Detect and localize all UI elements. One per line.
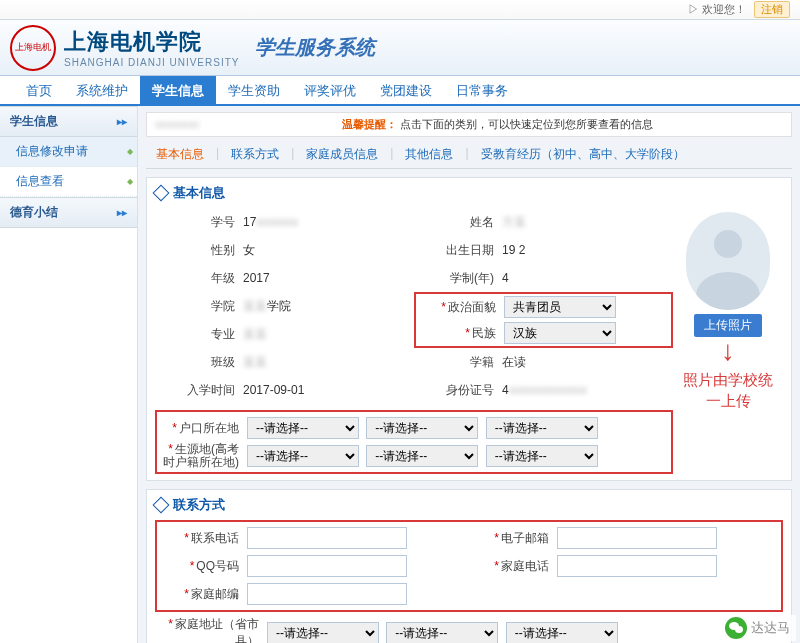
value-gender: 女: [241, 242, 414, 259]
university-logo: 上海电机: [10, 25, 56, 71]
select-hukou-1[interactable]: --请选择--: [247, 417, 359, 439]
label-gender: 性别: [155, 242, 241, 259]
select-hukou-3[interactable]: --请选择--: [486, 417, 598, 439]
select-origin-1[interactable]: --请选择--: [247, 445, 359, 467]
label-political: 政治面貌: [448, 300, 496, 314]
input-qq[interactable]: [247, 555, 407, 577]
panel-title-basic: 基本信息: [155, 184, 783, 202]
value-status: 在读: [500, 354, 673, 371]
nav-home[interactable]: 首页: [14, 76, 64, 104]
label-years: 学制(年): [414, 270, 500, 287]
input-email[interactable]: [557, 527, 717, 549]
bullet-icon: ◆: [127, 177, 133, 186]
photo-note: 照片由学校统一上传: [673, 365, 783, 415]
select-political[interactable]: 共青团员: [504, 296, 616, 318]
label-grade: 年级: [155, 270, 241, 287]
nav-student-info[interactable]: 学生信息: [140, 76, 216, 104]
avatar-placeholder: [686, 212, 770, 310]
input-homepost[interactable]: [247, 583, 407, 605]
select-origin-3[interactable]: --请选择--: [486, 445, 598, 467]
label-class: 班级: [155, 354, 241, 371]
welcome-text: ▷ 欢迎您！: [688, 2, 746, 17]
section-tabs: 基本信息| 联系方式| 家庭成员信息| 其他信息| 受教育经历（初中、高中、大学…: [146, 141, 792, 169]
label-email: 电子邮箱: [501, 531, 549, 545]
select-addr-3[interactable]: --请选择--: [506, 622, 618, 643]
upload-photo-button[interactable]: 上传照片: [694, 314, 762, 337]
nav-aid[interactable]: 学生资助: [216, 76, 292, 104]
value-enroll: 2017-09-01: [241, 383, 414, 397]
label-origin-2: 时户籍所在地): [163, 455, 239, 469]
hint-label: 温馨提醒：: [342, 118, 397, 130]
sidebar-group-moral[interactable]: 德育小结▸▸: [0, 197, 137, 228]
sidebar-item-view[interactable]: 信息查看◆: [0, 167, 137, 197]
label-major: 专业: [155, 326, 241, 343]
system-title: 学生服务系统: [255, 34, 375, 61]
header: 上海电机 上海电机学院 SHANGHAI DIANJI UNIVERSITY 学…: [0, 20, 800, 76]
label-homepost: 家庭邮编: [191, 587, 239, 601]
label-name: 姓名: [414, 214, 500, 231]
main-nav: 首页 系统维护 学生信息 学生资助 评奖评优 党团建设 日常事务: [0, 76, 800, 106]
panel-title-contact: 联系方式: [155, 496, 783, 514]
label-ethnic: 民族: [472, 326, 496, 340]
label-sno: 学号: [155, 214, 241, 231]
value-college: 某某学院: [241, 298, 414, 315]
logout-button[interactable]: 注销: [754, 1, 790, 18]
hint-bar: xxxxxxxx 温馨提醒： 点击下面的类别，可以快速定位到您所要查看的信息: [146, 112, 792, 137]
value-class: 某某: [241, 354, 414, 371]
value-name: 方某: [500, 214, 673, 231]
value-major: 某某: [241, 326, 414, 343]
input-homephone[interactable]: [557, 555, 717, 577]
chevron-right-icon: ▸▸: [117, 116, 127, 127]
wechat-icon: [725, 617, 747, 639]
nav-party[interactable]: 党团建设: [368, 76, 444, 104]
value-grade: 2017: [241, 271, 414, 285]
label-college: 学院: [155, 298, 241, 315]
label-origin-1: 生源地(高考: [175, 442, 239, 456]
value-idno: 4xxxxxxxxxxxxx: [500, 383, 673, 397]
tab-basic[interactable]: 基本信息: [146, 141, 214, 168]
nav-system[interactable]: 系统维护: [64, 76, 140, 104]
bullet-icon: ◆: [127, 147, 133, 156]
tab-other[interactable]: 其他信息: [395, 141, 463, 168]
chevron-right-icon: ▸▸: [117, 207, 127, 218]
hint-text: 点击下面的类别，可以快速定位到您所要查看的信息: [400, 118, 653, 130]
select-ethnic[interactable]: 汉族: [504, 322, 616, 344]
sidebar-group-student[interactable]: 学生信息▸▸: [0, 106, 137, 137]
label-homephone: 家庭电话: [501, 559, 549, 573]
wechat-watermark: 达达马: [719, 615, 796, 641]
select-addr-2[interactable]: --请选择--: [386, 622, 498, 643]
select-addr-1[interactable]: --请选择--: [267, 622, 379, 643]
sidebar-item-modify[interactable]: 信息修改申请◆: [0, 137, 137, 167]
label-qq: QQ号码: [196, 559, 239, 573]
label-birth: 出生日期: [414, 242, 500, 259]
value-birth: 19 2: [500, 243, 673, 257]
university-name-en: SHANGHAI DIANJI UNIVERSITY: [64, 57, 239, 68]
input-phone[interactable]: [247, 527, 407, 549]
nav-daily[interactable]: 日常事务: [444, 76, 520, 104]
label-phone: 联系电话: [191, 531, 239, 545]
label-hukou: 户口所在地: [179, 421, 239, 435]
label-enroll: 入学时间: [155, 382, 241, 399]
nav-eval[interactable]: 评奖评优: [292, 76, 368, 104]
university-name-cn: 上海电机学院: [64, 27, 239, 57]
basic-info-panel: 基本信息 学号17xxxxxxx 性别女 年级2017 学院某某学院 专业某某 …: [146, 177, 792, 481]
label-status: 学籍: [414, 354, 500, 371]
arrow-down-icon: ↓: [673, 337, 783, 365]
select-origin-2[interactable]: --请选择--: [366, 445, 478, 467]
label-idno: 身份证号: [414, 382, 500, 399]
tab-education[interactable]: 受教育经历（初中、高中、大学阶段）: [471, 141, 695, 168]
tab-family[interactable]: 家庭成员信息: [296, 141, 388, 168]
label-homeaddr: 家庭地址（省市县）: [175, 617, 259, 643]
contact-panel: 联系方式 *联系电话 *QQ号码 *电子邮箱 *家庭电话 *家庭邮编 *家庭地址…: [146, 489, 792, 643]
select-hukou-2[interactable]: --请选择--: [366, 417, 478, 439]
value-years: 4: [500, 271, 673, 285]
value-sno: 17xxxxxxx: [241, 215, 414, 229]
sidebar: 学生信息▸▸ 信息修改申请◆ 信息查看◆ 德育小结▸▸: [0, 106, 138, 643]
tab-contact[interactable]: 联系方式: [221, 141, 289, 168]
